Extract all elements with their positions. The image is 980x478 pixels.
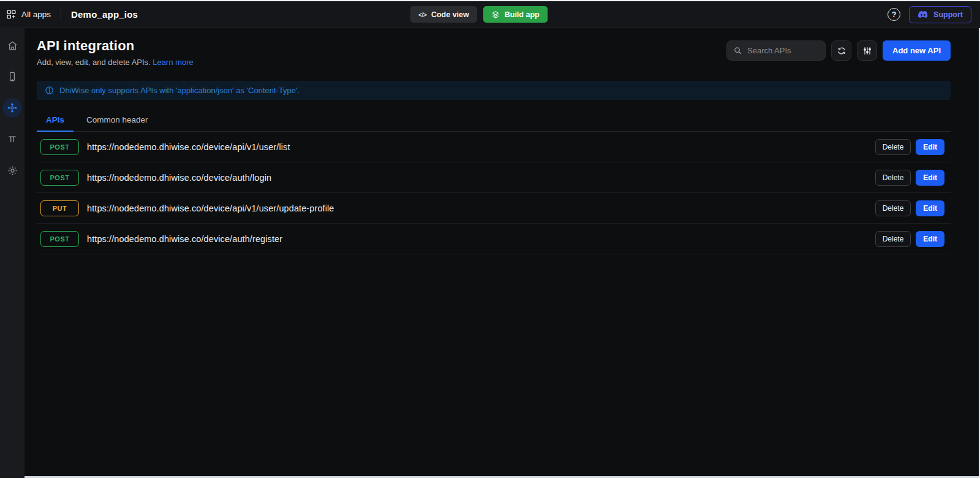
tab-common-header[interactable]: Common header xyxy=(77,110,157,132)
sidebar-item-settings[interactable] xyxy=(2,161,22,180)
build-app-label: Build app xyxy=(505,10,540,19)
discord-icon xyxy=(918,10,929,19)
topbar-right: ? Support xyxy=(888,6,971,23)
build-app-button[interactable]: Build app xyxy=(483,6,548,23)
api-url: https://nodedemo.dhiwise.co/device/auth/… xyxy=(87,173,271,183)
support-label: Support xyxy=(933,10,963,19)
all-apps-button[interactable]: All apps xyxy=(6,9,51,20)
method-badge: POST xyxy=(40,170,79,186)
app-title: Demo_app_ios xyxy=(71,9,138,20)
row-actions: Delete Edit xyxy=(875,200,944,216)
api-list: POST https://nodedemo.dhiwise.co/device/… xyxy=(37,132,951,254)
tab-apis[interactable]: APIs xyxy=(37,110,74,132)
page-subtitle: Add, view, edit, and delete APIs. Learn … xyxy=(37,58,194,67)
sidebar-item-home[interactable] xyxy=(2,36,22,55)
topbar: All apps Demo_app_ios </> Code view Buil… xyxy=(0,1,980,28)
method-badge: POST xyxy=(40,139,79,155)
info-icon xyxy=(45,86,54,95)
delete-button[interactable]: Delete xyxy=(875,139,911,155)
row-actions: Delete Edit xyxy=(875,231,944,247)
main-content: API integration Add, view, edit, and del… xyxy=(24,28,980,478)
delete-button[interactable]: Delete xyxy=(875,231,911,247)
method-badge: POST xyxy=(40,231,79,247)
page-header-text: API integration Add, view, edit, and del… xyxy=(37,38,194,67)
topbar-left: All apps Demo_app_ios xyxy=(6,9,410,20)
method-badge: PUT xyxy=(40,200,79,216)
header-controls: Add new API xyxy=(726,40,951,61)
code-view-button[interactable]: </> Code view xyxy=(410,6,477,23)
search-box xyxy=(726,40,826,61)
sidebar-item-typography[interactable] xyxy=(2,129,22,149)
sidebar-item-api-integration[interactable] xyxy=(2,98,22,118)
refresh-button[interactable] xyxy=(831,40,851,61)
help-button[interactable]: ? xyxy=(888,8,900,21)
layers-icon xyxy=(491,10,500,19)
add-new-api-button[interactable]: Add new API xyxy=(883,40,951,61)
api-row: PUT https://nodedemo.dhiwise.co/device/a… xyxy=(37,193,951,224)
api-url: https://nodedemo.dhiwise.co/device/api/v… xyxy=(87,203,334,213)
tabbar: APIs Common header xyxy=(37,110,951,132)
delete-button[interactable]: Delete xyxy=(875,200,911,216)
edit-button[interactable]: Edit xyxy=(916,139,944,155)
edit-button[interactable]: Edit xyxy=(916,170,944,186)
api-url: https://nodedemo.dhiwise.co/device/api/v… xyxy=(87,142,290,152)
search-input[interactable] xyxy=(747,46,815,55)
refresh-icon xyxy=(837,46,846,56)
topbar-divider xyxy=(61,9,61,20)
info-banner-text: DhiWise only supports APIs with 'applica… xyxy=(59,86,300,95)
api-integration-icon xyxy=(6,102,18,114)
filter-sliders-icon xyxy=(862,46,872,56)
info-banner: DhiWise only supports APIs with 'applica… xyxy=(37,81,951,100)
code-icon: </> xyxy=(418,11,426,18)
api-row: POST https://nodedemo.dhiwise.co/device/… xyxy=(37,132,951,162)
api-row: POST https://nodedemo.dhiwise.co/device/… xyxy=(37,162,951,193)
page-header: API integration Add, view, edit, and del… xyxy=(37,38,951,67)
row-actions: Delete Edit xyxy=(875,170,944,186)
sidebar-item-device-preview[interactable] xyxy=(2,67,22,86)
home-icon xyxy=(7,40,18,51)
delete-button[interactable]: Delete xyxy=(875,170,911,186)
question-mark-icon: ? xyxy=(892,10,897,19)
row-actions: Delete Edit xyxy=(875,139,944,155)
edit-button[interactable]: Edit xyxy=(916,200,944,216)
all-apps-grid-icon xyxy=(6,9,17,20)
filter-button[interactable] xyxy=(857,40,877,61)
edit-button[interactable]: Edit xyxy=(916,231,944,247)
api-url: https://nodedemo.dhiwise.co/device/auth/… xyxy=(87,234,282,244)
all-apps-label: All apps xyxy=(21,10,51,19)
page-title: API integration xyxy=(37,38,194,54)
mobile-icon xyxy=(7,71,18,82)
sidebar xyxy=(0,28,24,478)
topbar-center: </> Code view Build app xyxy=(410,6,548,23)
gear-icon xyxy=(7,165,18,176)
search-icon xyxy=(733,46,742,55)
support-button[interactable]: Support xyxy=(909,6,971,23)
page-subtitle-text: Add, view, edit, and delete APIs. xyxy=(37,58,151,67)
app-window: All apps Demo_app_ios </> Code view Buil… xyxy=(0,0,980,478)
learn-more-link[interactable]: Learn more xyxy=(153,58,193,67)
code-view-label: Code view xyxy=(431,10,469,19)
typography-icon xyxy=(7,134,18,145)
api-row: POST https://nodedemo.dhiwise.co/device/… xyxy=(37,224,951,254)
